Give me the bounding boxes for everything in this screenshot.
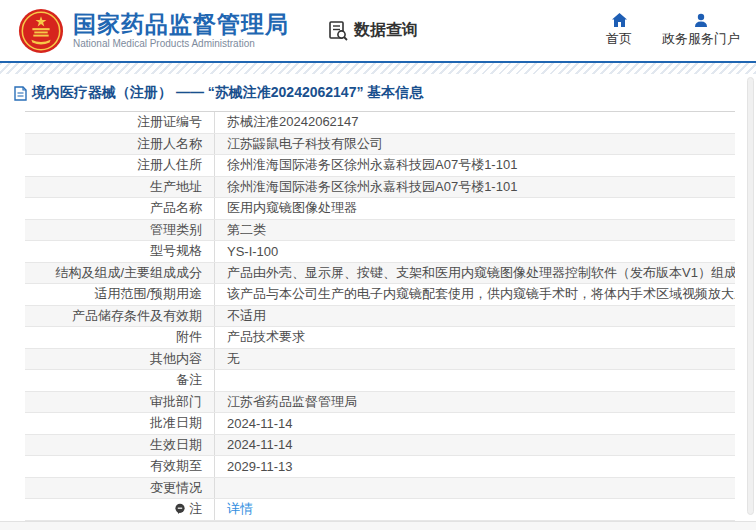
row-label: 变更情况 bbox=[25, 478, 215, 499]
row-label: 产品名称 bbox=[25, 198, 215, 219]
nav-portal-label: 政务服务门户 bbox=[662, 30, 740, 48]
data-query-label: 数据查询 bbox=[354, 20, 418, 41]
row-label: 附件 bbox=[25, 327, 215, 348]
decorative-stripe-band bbox=[0, 63, 756, 74]
site-header: 国家药品监督管理局 National Medical Products Admi… bbox=[0, 0, 756, 63]
row-value: 2024-11-14 bbox=[215, 416, 735, 431]
row-label: 管理类别 bbox=[25, 220, 215, 241]
table-row: 附件产品技术要求 bbox=[25, 327, 735, 349]
row-label: 产品储存条件及有效期 bbox=[25, 306, 215, 327]
org-title-en: National Medical Products Administration bbox=[73, 37, 289, 50]
bottom-strip bbox=[0, 521, 756, 530]
table-row: 其他内容无 bbox=[25, 349, 735, 371]
row-label: 适用范围/预期用途 bbox=[25, 284, 215, 305]
row-value: 徐州淮海国际港务区徐州永嘉科技园A07号楼1-101 bbox=[215, 156, 735, 174]
row-label: 批准日期 bbox=[25, 413, 215, 434]
document-search-icon bbox=[327, 20, 349, 42]
table-row: 结构及组成/主要组成成分产品由外壳、显示屏、按键、支架和医用内窥镜图像处理器控制… bbox=[25, 263, 735, 285]
row-label: 生效日期 bbox=[25, 435, 215, 456]
table-row: 有效期至2029-11-13 bbox=[25, 456, 735, 478]
nav-item-home[interactable]: 首页 bbox=[606, 13, 632, 48]
row-value: YS-I-100 bbox=[215, 244, 735, 259]
row-value: 无 bbox=[215, 350, 735, 368]
row-label: 注册人住所 bbox=[25, 155, 215, 176]
table-row: 管理类别第二类 bbox=[25, 220, 735, 242]
row-value: 徐州淮海国际港务区徐州永嘉科技园A07号楼1-101 bbox=[215, 178, 735, 196]
row-label: 审批部门 bbox=[25, 392, 215, 413]
row-label-note: 注 bbox=[25, 499, 215, 520]
note-comment-icon bbox=[174, 503, 186, 515]
note-label: 注 bbox=[189, 500, 202, 518]
row-label: 备注 bbox=[25, 370, 215, 391]
row-value: 不适用 bbox=[215, 307, 735, 325]
row-value: 产品技术要求 bbox=[215, 328, 735, 346]
table-row: 注册人住所徐州淮海国际港务区徐州永嘉科技园A07号楼1-101 bbox=[25, 155, 735, 177]
breadcrumb-title-bar: 境内医疗器械（注册） —— “苏械注准20242062147” 基本信息 bbox=[0, 74, 756, 111]
table-row: 生效日期2024-11-14 bbox=[25, 435, 735, 457]
row-value: 江苏鼹鼠电子科技有限公司 bbox=[215, 135, 735, 153]
row-value: 该产品与本公司生产的电子内窥镜配套使用，供内窥镜手术时，将体内手术区域视频放大成… bbox=[215, 285, 735, 303]
row-value: 产品由外壳、显示屏、按键、支架和医用内窥镜图像处理器控制软件（发布版本V1）组成… bbox=[215, 264, 735, 282]
table-row: 生产地址徐州淮海国际港务区徐州永嘉科技园A07号楼1-101 bbox=[25, 177, 735, 199]
table-row: 型号规格YS-I-100 bbox=[25, 241, 735, 263]
row-value: 苏械注准20242062147 bbox=[215, 113, 735, 131]
page-title: 境内医疗器械（注册） —— “苏械注准20242062147” 基本信息 bbox=[32, 84, 423, 102]
row-value: 江苏省药品监督管理局 bbox=[215, 393, 735, 411]
table-row: 备注 bbox=[25, 370, 735, 392]
home-icon bbox=[612, 13, 627, 27]
vertical-scrollbar[interactable] bbox=[747, 77, 754, 515]
row-label: 注册人名称 bbox=[25, 134, 215, 155]
table-row: 注册证编号苏械注准20242062147 bbox=[25, 112, 735, 134]
table-row: 适用范围/预期用途该产品与本公司生产的电子内窥镜配套使用，供内窥镜手术时，将体内… bbox=[25, 284, 735, 306]
row-label: 型号规格 bbox=[25, 241, 215, 262]
nmpa-logo[interactable]: 国家药品监督管理局 National Medical Products Admi… bbox=[18, 8, 289, 54]
data-query-button[interactable]: 数据查询 bbox=[327, 20, 418, 42]
row-label: 注册证编号 bbox=[25, 112, 215, 133]
page-icon bbox=[14, 86, 27, 101]
row-label: 生产地址 bbox=[25, 177, 215, 198]
row-value: 2029-11-13 bbox=[215, 459, 735, 474]
top-nav: 首页 政务服务门户 bbox=[606, 13, 740, 48]
row-value: 医用内窥镜图像处理器 bbox=[215, 199, 735, 217]
table-row: 产品名称医用内窥镜图像处理器 bbox=[25, 198, 735, 220]
table-row: 批准日期2024-11-14 bbox=[25, 413, 735, 435]
row-value: 详情 bbox=[215, 500, 735, 518]
note-details-link[interactable]: 详情 bbox=[227, 501, 253, 516]
nav-home-label: 首页 bbox=[606, 30, 632, 48]
row-label: 结构及组成/主要组成成分 bbox=[25, 263, 215, 284]
national-emblem-icon bbox=[18, 8, 64, 54]
row-value: 2024-11-14 bbox=[215, 437, 735, 452]
table-row: 变更情况 bbox=[25, 478, 735, 500]
table-row: 产品储存条件及有效期不适用 bbox=[25, 306, 735, 328]
row-value: 第二类 bbox=[215, 221, 735, 239]
user-icon bbox=[694, 13, 708, 27]
org-title-cn: 国家药品监督管理局 bbox=[73, 11, 289, 37]
registration-info-table: 注册证编号苏械注准20242062147 注册人名称江苏鼹鼠电子科技有限公司 注… bbox=[25, 111, 735, 521]
row-label: 有效期至 bbox=[25, 456, 215, 477]
table-row: 注 详情 bbox=[25, 499, 735, 521]
nav-item-portal[interactable]: 政务服务门户 bbox=[662, 13, 740, 48]
table-row: 注册人名称江苏鼹鼠电子科技有限公司 bbox=[25, 134, 735, 156]
table-row: 审批部门江苏省药品监督管理局 bbox=[25, 392, 735, 414]
row-label: 其他内容 bbox=[25, 349, 215, 370]
logo-text: 国家药品监督管理局 National Medical Products Admi… bbox=[73, 11, 289, 50]
